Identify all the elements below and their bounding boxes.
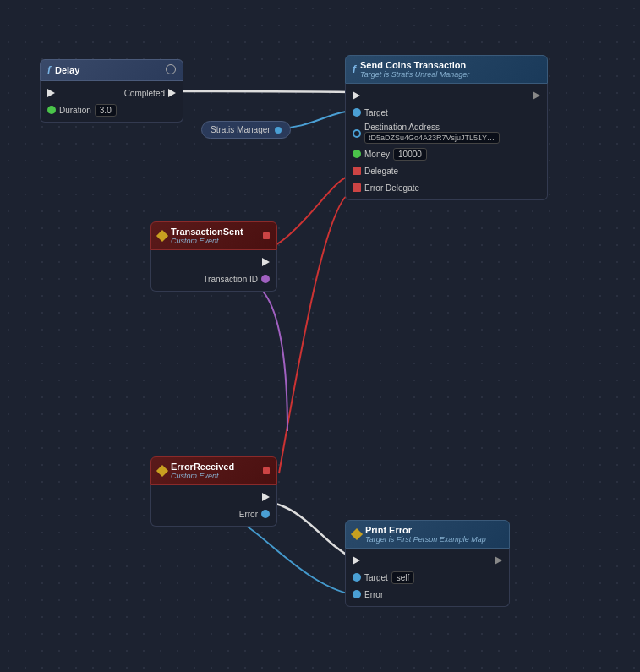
send-money-pin[interactable] [353,150,361,158]
txsent-txid-pin[interactable] [261,275,270,283]
txsent-header: TransactionSent Custom Event [150,221,277,250]
send-target-label: Target [364,108,388,117]
delay-exec-out-pin[interactable] [168,89,176,97]
error-diamond-icon [156,465,168,477]
printerror-error-pin[interactable] [353,590,361,598]
send-coins-body: Target Destination Address tD5aDZSu4Go4A… [345,84,548,200]
duration-value[interactable]: 3.0 [95,104,117,117]
send-coins-header: f Send Coins Transaction Target is Strat… [345,55,548,84]
txsent-title: TransactionSent [171,227,243,237]
error-title: ErrorReceived [171,462,234,472]
error-error-row: Error [151,505,276,522]
delay-exec-row: Completed [41,85,183,101]
printerror-exec-in-pin[interactable] [353,556,360,565]
send-money-label: Money [364,150,390,159]
error-subtitle: Custom Event [171,472,234,480]
txsent-red-pin[interactable] [263,232,270,239]
send-target-row: Target [346,104,547,121]
transaction-sent-node: TransactionSent Custom Event Transaction… [150,221,277,292]
printerror-target-row: Target self [346,569,509,586]
stratis-manager-label: Stratis Manager [211,125,271,134]
send-coins-subtitle: Target is Stratis Unreal Manager [360,70,469,79]
txsent-diamond-icon [156,230,168,242]
send-delegate-pin[interactable] [353,167,361,175]
txsent-body: Transaction ID [150,250,277,292]
send-money-row: Money 10000 [346,145,547,162]
delay-exec-in-pin[interactable] [47,89,55,97]
delay-title: Delay [55,65,79,75]
send-coins-title: Send Coins Transaction [360,60,469,70]
txsent-exec-row [151,254,276,270]
delay-node-body: Completed Duration 3.0 [40,81,183,123]
blueprint-canvas: f Delay Completed Duration 3.0 f [0,0,640,672]
send-func-icon: f [353,63,356,75]
stratis-manager-bubble: Stratis Manager [201,121,291,139]
printerror-title: Print Error [365,525,486,535]
completed-label: Completed [124,89,165,98]
send-exec-in-pin[interactable] [353,91,360,100]
send-destination-value[interactable]: tD5aDZSu4Go4A23R7VsjuJTL51YMyeoLyS [364,132,500,144]
send-destination-pin[interactable] [353,129,361,138]
send-delegate-label: Delegate [364,167,398,176]
txsent-txid-label: Transaction ID [203,275,258,284]
error-exec-out-pin[interactable] [262,493,270,501]
send-error-delegate-label: Error Delegate [364,183,419,193]
send-error-delegate-pin[interactable] [353,183,361,192]
duration-pin[interactable] [47,106,56,114]
printerror-target-value[interactable]: self [391,571,415,584]
stratis-manager-pin[interactable] [275,127,282,134]
delay-node-header: f Delay [40,59,183,81]
txsent-txid-row: Transaction ID [151,270,276,287]
error-body: Error [150,485,277,527]
print-error-node: Print Error Target is First Person Examp… [345,520,510,607]
send-exec-row [346,87,547,104]
send-destination-row: Destination Address tD5aDZSu4Go4A23R7Vsj… [346,121,547,145]
printerror-body: Target self Error [345,549,510,607]
send-exec-out-pin[interactable] [533,91,540,100]
txsent-subtitle: Custom Event [171,237,243,245]
printerror-target-pin[interactable] [353,573,361,582]
send-destination-label: Destination Address [364,123,500,132]
send-target-pin[interactable] [353,108,361,117]
error-header: ErrorReceived Custom Event [150,456,277,485]
error-red-pin[interactable] [263,467,270,474]
duration-label: Duration [59,106,91,115]
delay-duration-row: Duration 3.0 [41,101,183,118]
send-money-value[interactable]: 10000 [393,148,427,161]
error-error-label: Error [239,510,258,519]
delay-node: f Delay Completed Duration 3.0 [40,59,183,123]
error-exec-row [151,489,276,505]
send-error-delegate-row: Error Delegate [346,179,547,196]
error-received-node: ErrorReceived Custom Event Error [150,456,277,527]
printerror-error-row: Error [346,586,509,603]
error-error-pin[interactable] [261,510,270,518]
printerror-target-label: Target [364,573,388,582]
printerror-error-label: Error [364,590,383,599]
printerror-subtitle: Target is First Person Example Map [365,535,486,544]
send-delegate-row: Delegate [346,162,547,179]
printerror-header: Print Error Target is First Person Examp… [345,520,510,549]
printerror-diamond-icon [351,528,363,540]
txsent-exec-out-pin[interactable] [262,258,270,266]
function-icon: f [47,64,51,76]
printerror-exec-out-pin[interactable] [495,556,502,565]
send-coins-node: f Send Coins Transaction Target is Strat… [345,55,548,200]
printerror-exec-row [346,552,509,569]
clock-icon [166,64,176,74]
